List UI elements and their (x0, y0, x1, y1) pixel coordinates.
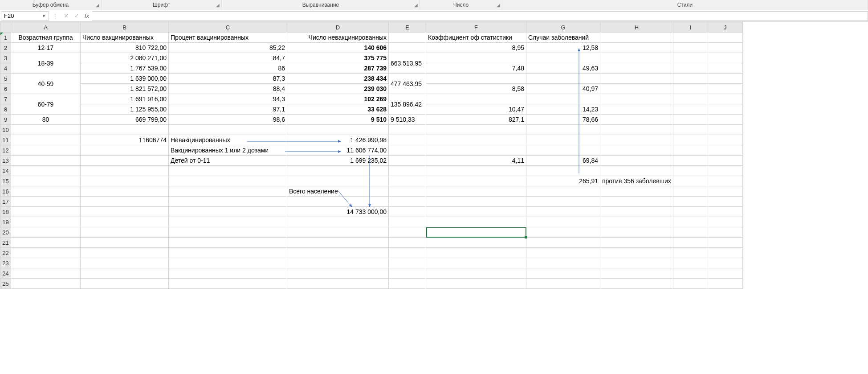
cell[interactable] (389, 135, 426, 145)
cell[interactable] (708, 33, 742, 43)
cell[interactable] (11, 156, 81, 166)
cell[interactable] (600, 104, 673, 115)
cell[interactable]: Невакцинированных (169, 135, 287, 145)
row-header[interactable]: 23 (0, 258, 11, 268)
cell[interactable] (600, 94, 673, 104)
cell[interactable]: 287 739 (287, 63, 389, 74)
cell[interactable] (708, 43, 742, 53)
dialog-launcher-icon[interactable]: ◢ (96, 3, 99, 8)
cell[interactable] (673, 53, 708, 63)
col-header[interactable]: H (600, 22, 673, 33)
cell[interactable] (287, 258, 389, 268)
ribbon-group-styles[interactable]: Стили (502, 0, 868, 10)
cell[interactable] (600, 238, 673, 248)
cell[interactable]: 69,84 (526, 156, 600, 166)
cell[interactable]: Всего население (287, 186, 389, 197)
cell[interactable] (389, 279, 426, 289)
cell[interactable] (600, 268, 673, 279)
cell[interactable]: 239 030 (287, 84, 389, 94)
cell[interactable] (526, 197, 600, 207)
cell[interactable] (708, 227, 742, 238)
cell[interactable]: 9 510 (287, 115, 389, 125)
cell[interactable] (673, 63, 708, 74)
ribbon-group-number[interactable]: Число◢ (420, 0, 502, 10)
cell[interactable] (600, 207, 673, 217)
col-header[interactable]: G (526, 22, 600, 33)
cell[interactable] (11, 227, 81, 238)
cell[interactable] (708, 74, 742, 84)
cell[interactable] (600, 125, 673, 135)
cell[interactable] (81, 186, 169, 197)
row-header[interactable]: 21 (0, 238, 11, 248)
cell[interactable] (426, 176, 526, 186)
cell[interactable]: 2 080 271,00 (81, 53, 169, 63)
cell[interactable] (708, 217, 742, 227)
cell[interactable] (81, 258, 169, 268)
cell[interactable] (600, 115, 673, 125)
cell[interactable]: 102 269 (287, 94, 389, 104)
cell[interactable] (426, 125, 526, 135)
cell[interactable]: 7,48 (426, 63, 526, 74)
cell[interactable] (426, 53, 526, 63)
cell[interactable] (81, 166, 169, 176)
cell[interactable] (169, 176, 287, 186)
cell[interactable] (389, 268, 426, 279)
cell[interactable]: 49,63 (526, 63, 600, 74)
cell[interactable] (81, 227, 169, 238)
cell[interactable] (389, 176, 426, 186)
cell[interactable] (426, 74, 526, 84)
cell[interactable] (426, 268, 526, 279)
cell[interactable] (389, 156, 426, 166)
cell[interactable] (426, 186, 526, 197)
cell[interactable] (708, 279, 742, 289)
cell[interactable] (169, 217, 287, 227)
cell[interactable] (673, 279, 708, 289)
cell[interactable]: 85,22 (169, 43, 287, 53)
cell[interactable] (673, 227, 708, 238)
cell[interactable] (600, 186, 673, 197)
row-header[interactable]: 10 (0, 125, 11, 135)
cell[interactable]: 1 125 955,00 (81, 104, 169, 115)
cell[interactable] (600, 197, 673, 207)
cell[interactable]: 477 463,95 (389, 74, 426, 94)
cell[interactable] (11, 176, 81, 186)
row-header[interactable]: 17 (0, 197, 11, 207)
row-header[interactable]: 3 (0, 53, 11, 63)
cell[interactable]: 94,3 (169, 94, 287, 104)
cell[interactable] (389, 217, 426, 227)
cell[interactable]: 1 699 235,02 (287, 156, 389, 166)
cell[interactable] (708, 84, 742, 94)
cell[interactable]: 135 896,42 (389, 94, 426, 115)
cell[interactable] (389, 33, 426, 43)
cell[interactable] (11, 238, 81, 248)
cell[interactable] (600, 156, 673, 166)
cell[interactable] (11, 197, 81, 207)
row-header[interactable]: 4 (0, 63, 11, 74)
cell[interactable] (673, 125, 708, 135)
cell[interactable] (426, 279, 526, 289)
cell[interactable] (526, 227, 600, 238)
cell[interactable] (526, 268, 600, 279)
cell[interactable]: 80 (11, 115, 81, 125)
cell[interactable]: 40,97 (526, 84, 600, 94)
cell[interactable] (81, 145, 169, 156)
cell[interactable]: 11 606 774,00 (287, 145, 389, 156)
ribbon-group-alignment[interactable]: Выравнивание◢ (222, 0, 420, 10)
row-header[interactable]: 15 (0, 176, 11, 186)
cell[interactable]: Случаи заболеваний (526, 33, 600, 43)
row-header[interactable]: 25 (0, 279, 11, 289)
cell[interactable] (169, 238, 287, 248)
cell[interactable] (169, 258, 287, 268)
cell[interactable] (169, 279, 287, 289)
cell[interactable] (600, 227, 673, 238)
row-header[interactable]: 22 (0, 248, 11, 258)
cell[interactable]: 60-79 (11, 94, 81, 115)
row-header[interactable]: 6 (0, 84, 11, 94)
cell[interactable] (708, 63, 742, 74)
row-header[interactable]: 1 (0, 33, 11, 43)
cell[interactable] (389, 197, 426, 207)
cell[interactable]: 669 799,00 (81, 115, 169, 125)
col-header[interactable]: A (11, 22, 81, 33)
name-box[interactable]: F20 ▼ (1, 11, 49, 21)
col-header[interactable]: I (673, 22, 708, 33)
